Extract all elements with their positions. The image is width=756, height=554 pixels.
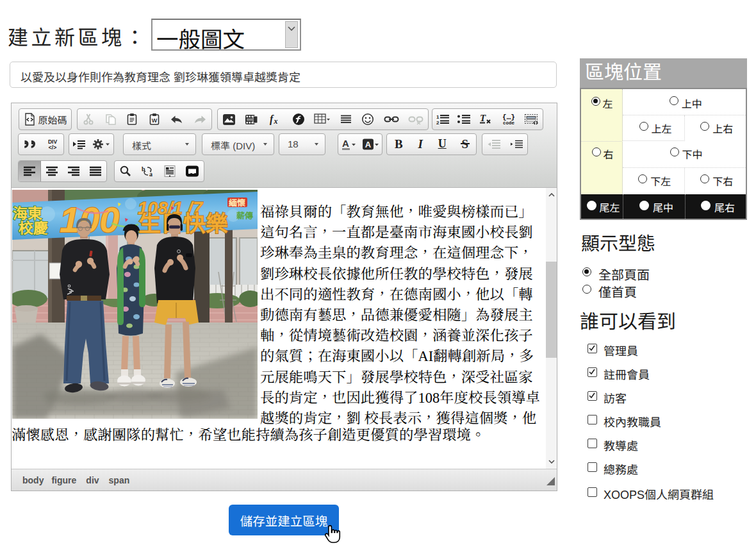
- svg-text:2: 2: [436, 120, 440, 126]
- svg-text:T: T: [480, 113, 486, 123]
- svg-text:校慶: 校慶: [19, 216, 48, 238]
- svg-text:{…}: {…}: [502, 113, 515, 121]
- svg-text:緬懷: 緬懷: [229, 196, 245, 208]
- svg-text:生日快樂: 生日快樂: [138, 205, 228, 238]
- svg-text:A: A: [365, 139, 371, 149]
- svg-text:A: A: [342, 138, 349, 149]
- svg-text:薪傳: 薪傳: [236, 209, 253, 221]
- svg-text:</>: </>: [48, 144, 56, 151]
- svg-text:code: code: [503, 121, 515, 126]
- svg-text:1: 1: [436, 114, 440, 120]
- svg-text:x: x: [273, 117, 277, 126]
- svg-text:W: W: [151, 117, 157, 124]
- svg-text:DIV: DIV: [47, 138, 57, 144]
